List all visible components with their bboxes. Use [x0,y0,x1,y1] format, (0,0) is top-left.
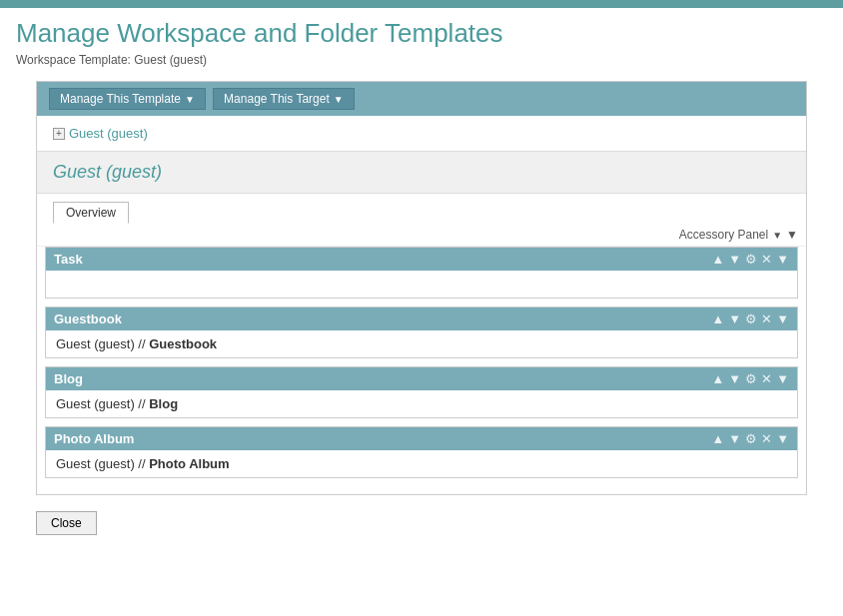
panel-blog-title: Blog [54,371,83,386]
accessory-action-icon[interactable]: ▼ [786,228,798,242]
tab-overview[interactable]: Overview [53,202,129,224]
accessory-dropdown-icon[interactable]: ▼ [772,230,782,241]
panel-photo-album-chevron-icon[interactable]: ▼ [776,431,789,446]
sections-wrapper: Task ▲ ▼ ⚙ ✕ ▼ Guestbook [37,247,806,494]
tree-item-label: Guest (guest) [69,126,148,141]
manage-template-arrow-icon: ▼ [185,94,195,105]
accessory-label: Accessory Panel [679,228,768,242]
panel-photo-album-icons: ▲ ▼ ⚙ ✕ ▼ [711,431,789,446]
panel-guestbook-body: Guest (guest) // Guestbook [46,330,797,357]
panel-guestbook-chevron-icon[interactable]: ▼ [776,311,789,326]
panel-task-up-icon[interactable]: ▲ [711,252,724,267]
panel-task: Task ▲ ▼ ⚙ ✕ ▼ [45,247,798,299]
panel-guestbook-icons: ▲ ▼ ⚙ ✕ ▼ [711,311,789,326]
panel-task-title: Task [54,252,83,267]
panel-photo-album: Photo Album ▲ ▼ ⚙ ✕ ▼ Guest (guest) // P… [45,426,798,478]
panel-blog-body: Guest (guest) // Blog [46,390,797,417]
panel-guestbook-path: Guest (guest) // Guestbook [56,336,217,351]
panel-blog-gear-icon[interactable]: ⚙ [745,371,757,386]
manage-target-arrow-icon: ▼ [334,94,344,105]
page-wrapper: Manage Workspace and Folder Templates Wo… [0,8,843,616]
panel-task-close-icon[interactable]: ✕ [761,252,772,267]
tree-item[interactable]: + Guest (guest) [53,126,790,141]
manage-template-button[interactable]: Manage This Template ▼ [49,88,206,110]
close-button[interactable]: Close [36,511,97,535]
panel-photo-album-path: Guest (guest) // Photo Album [56,456,230,471]
panel-photo-album-body: Guest (guest) // Photo Album [46,450,797,477]
manage-target-button[interactable]: Manage This Target ▼ [213,88,355,110]
panel-photo-album-down-icon[interactable]: ▼ [728,431,741,446]
panel-guestbook-down-icon[interactable]: ▼ [728,311,741,326]
tree-area: + Guest (guest) [37,116,806,152]
panel-guestbook-close-icon[interactable]: ✕ [761,311,772,326]
panel-task-down-icon[interactable]: ▼ [728,252,741,267]
panel-photo-album-title: Photo Album [54,431,134,446]
page-subtitle: Workspace Template: Guest (guest) [16,53,827,67]
panel-blog: Blog ▲ ▼ ⚙ ✕ ▼ Guest (guest) // Blog [45,366,798,418]
panel-photo-album-header: Photo Album ▲ ▼ ⚙ ✕ ▼ [46,427,797,450]
panel-guestbook-up-icon[interactable]: ▲ [711,311,724,326]
main-box: Manage This Template ▼ Manage This Targe… [36,81,807,495]
top-bar [0,0,843,8]
toolbar: Manage This Template ▼ Manage This Targe… [37,82,806,116]
panel-blog-chevron-icon[interactable]: ▼ [776,371,789,386]
panel-task-chevron-icon[interactable]: ▼ [776,252,789,267]
panel-blog-header: Blog ▲ ▼ ⚙ ✕ ▼ [46,367,797,390]
panel-blog-path: Guest (guest) // Blog [56,396,178,411]
folder-title: Guest (guest) [53,162,790,183]
panel-photo-album-gear-icon[interactable]: ⚙ [745,431,757,446]
panel-guestbook: Guestbook ▲ ▼ ⚙ ✕ ▼ Guest (guest) // Gue… [45,307,798,358]
panel-blog-close-icon[interactable]: ✕ [761,371,772,386]
folder-title-area: Guest (guest) [37,152,806,194]
panel-guestbook-title: Guestbook [54,311,122,326]
panel-blog-icons: ▲ ▼ ⚙ ✕ ▼ [711,371,789,386]
panel-task-content [56,277,60,292]
panel-blog-down-icon[interactable]: ▼ [728,371,741,386]
panel-task-header: Task ▲ ▼ ⚙ ✕ ▼ [46,248,797,271]
accessory-bar: Accessory Panel ▼ ▼ [37,224,806,247]
page-title: Manage Workspace and Folder Templates [16,18,827,49]
panel-photo-album-close-icon[interactable]: ✕ [761,431,772,446]
panel-guestbook-gear-icon[interactable]: ⚙ [745,311,757,326]
panel-guestbook-header: Guestbook ▲ ▼ ⚙ ✕ ▼ [46,308,797,330]
panel-task-gear-icon[interactable]: ⚙ [745,252,757,267]
panel-blog-up-icon[interactable]: ▲ [711,371,724,386]
tabs-area: Overview [37,194,806,224]
panel-task-body [46,271,797,298]
panel-photo-album-up-icon[interactable]: ▲ [711,431,724,446]
panel-task-icons: ▲ ▼ ⚙ ✕ ▼ [711,252,789,267]
tree-expand-icon[interactable]: + [53,128,65,140]
